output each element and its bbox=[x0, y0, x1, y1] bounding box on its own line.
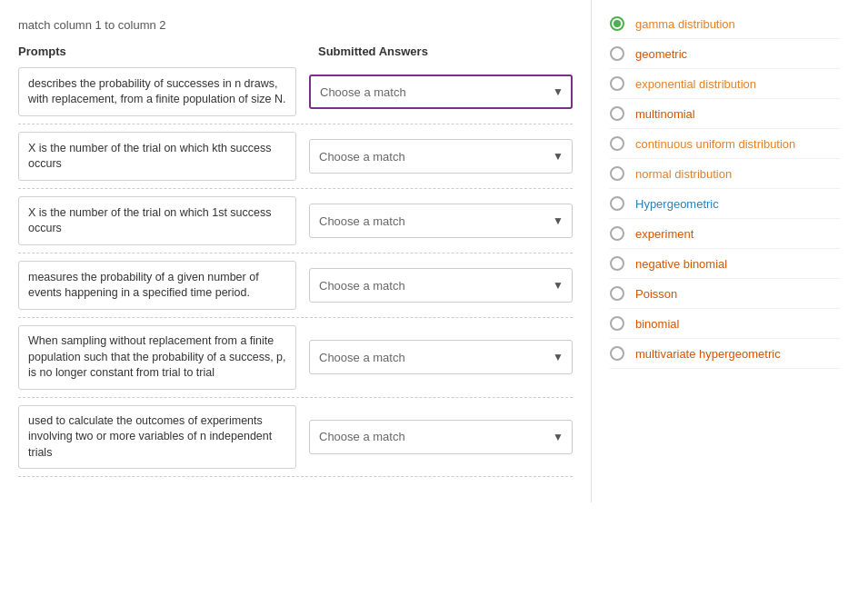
match-row: When sampling without replacement from a… bbox=[18, 325, 573, 398]
radio-circle-10[interactable] bbox=[610, 286, 624, 301]
prompt-box-2: X is the number of the trial on which kt… bbox=[18, 132, 296, 181]
radio-circle-2[interactable] bbox=[610, 46, 624, 61]
column-headers: Prompts Submitted Answers bbox=[18, 45, 573, 58]
answer-dropdown-2[interactable]: Choose a matchgamma distributiongeometri… bbox=[309, 139, 573, 174]
radio-circle-3[interactable] bbox=[610, 76, 624, 91]
radio-label-4[interactable]: multinomial bbox=[635, 107, 695, 121]
right-panel: gamma distributiongeometricexponential d… bbox=[591, 0, 858, 502]
radio-label-2[interactable]: geometric bbox=[635, 47, 687, 61]
answer-dropdown-1[interactable]: Choose a matchgamma distributiongeometri… bbox=[309, 75, 573, 109]
radio-item[interactable]: Hypergeometric bbox=[610, 189, 840, 219]
answer-wrapper-4: Choose a matchgamma distributiongeometri… bbox=[309, 261, 573, 310]
radio-label-3[interactable]: exponential distribution bbox=[635, 77, 756, 91]
answer-wrapper-2: Choose a matchgamma distributiongeometri… bbox=[309, 132, 573, 181]
answers-header: Submitted Answers bbox=[318, 45, 428, 58]
dropdown-wrapper-1: Choose a matchgamma distributiongeometri… bbox=[309, 75, 573, 109]
dropdown-wrapper-3: Choose a matchgamma distributiongeometri… bbox=[309, 204, 573, 238]
radio-circle-4[interactable] bbox=[610, 106, 624, 121]
dropdown-wrapper-2: Choose a matchgamma distributiongeometri… bbox=[309, 139, 573, 174]
radio-item[interactable]: experiment bbox=[610, 219, 840, 249]
instruction-text: match column 1 to column 2 bbox=[18, 18, 573, 32]
prompt-box-6: used to calculate the outcomes of experi… bbox=[18, 405, 296, 470]
prompt-box-3: X is the number of the trial on which 1s… bbox=[18, 196, 296, 245]
radio-item[interactable]: continuous uniform distribution bbox=[610, 129, 840, 159]
radio-label-12[interactable]: multivariate hypergeometric bbox=[635, 347, 781, 361]
radio-label-9[interactable]: negative binomial bbox=[635, 257, 727, 271]
match-row: X is the number of the trial on which 1s… bbox=[18, 196, 573, 253]
radio-label-11[interactable]: binomial bbox=[635, 317, 679, 331]
answer-wrapper-6: Choose a matchgamma distributiongeometri… bbox=[309, 405, 573, 470]
radio-circle-1[interactable] bbox=[610, 16, 624, 31]
radio-item[interactable]: multivariate hypergeometric bbox=[610, 339, 840, 369]
prompt-box-1: describes the probability of successes i… bbox=[18, 67, 296, 116]
radio-item[interactable]: binomial bbox=[610, 309, 840, 339]
prompts-header: Prompts bbox=[18, 45, 309, 58]
radio-circle-6[interactable] bbox=[610, 166, 624, 181]
answer-wrapper-5: Choose a matchgamma distributiongeometri… bbox=[309, 325, 573, 390]
answer-dropdown-5[interactable]: Choose a matchgamma distributiongeometri… bbox=[309, 340, 573, 374]
radio-circle-8[interactable] bbox=[610, 226, 624, 241]
radio-circle-9[interactable] bbox=[610, 256, 624, 271]
radio-item[interactable]: negative binomial bbox=[610, 249, 840, 279]
prompt-box-4: measures the probability of a given numb… bbox=[18, 261, 296, 310]
match-row: describes the probability of successes i… bbox=[18, 67, 573, 124]
radio-item[interactable]: exponential distribution bbox=[610, 69, 840, 99]
answer-wrapper-1: Choose a matchgamma distributiongeometri… bbox=[309, 67, 573, 116]
radio-item[interactable]: multinomial bbox=[610, 99, 840, 129]
dropdown-wrapper-4: Choose a matchgamma distributiongeometri… bbox=[309, 268, 573, 303]
radio-label-5[interactable]: continuous uniform distribution bbox=[635, 137, 795, 151]
radio-label-7[interactable]: Hypergeometric bbox=[635, 197, 719, 211]
answer-dropdown-3[interactable]: Choose a matchgamma distributiongeometri… bbox=[309, 204, 573, 238]
dropdown-wrapper-5: Choose a matchgamma distributiongeometri… bbox=[309, 340, 573, 374]
radio-item[interactable]: Poisson bbox=[610, 279, 840, 309]
radio-circle-5[interactable] bbox=[610, 136, 624, 151]
answer-dropdown-4[interactable]: Choose a matchgamma distributiongeometri… bbox=[309, 268, 573, 303]
match-row: X is the number of the trial on which kt… bbox=[18, 132, 573, 189]
answer-dropdown-6[interactable]: Choose a matchgamma distributiongeometri… bbox=[309, 420, 573, 454]
radio-label-6[interactable]: normal distribution bbox=[635, 167, 732, 181]
prompt-box-5: When sampling without replacement from a… bbox=[18, 325, 296, 390]
match-rows-container: describes the probability of successes i… bbox=[18, 67, 573, 477]
radio-list: gamma distributiongeometricexponential d… bbox=[610, 9, 840, 369]
answer-wrapper-3: Choose a matchgamma distributiongeometri… bbox=[309, 196, 573, 245]
radio-item[interactable]: normal distribution bbox=[610, 159, 840, 189]
radio-circle-7[interactable] bbox=[610, 196, 624, 211]
radio-label-1[interactable]: gamma distribution bbox=[635, 17, 735, 31]
left-panel: match column 1 to column 2 Prompts Submi… bbox=[0, 0, 591, 502]
radio-circle-12[interactable] bbox=[610, 346, 624, 361]
match-row: used to calculate the outcomes of experi… bbox=[18, 405, 573, 478]
radio-item[interactable]: gamma distribution bbox=[610, 9, 840, 39]
dropdown-wrapper-6: Choose a matchgamma distributiongeometri… bbox=[309, 420, 573, 454]
radio-item[interactable]: geometric bbox=[610, 39, 840, 69]
radio-label-10[interactable]: Poisson bbox=[635, 287, 677, 301]
main-layout: match column 1 to column 2 Prompts Submi… bbox=[0, 0, 858, 502]
radio-circle-11[interactable] bbox=[610, 316, 624, 331]
match-row: measures the probability of a given numb… bbox=[18, 261, 573, 318]
radio-label-8[interactable]: experiment bbox=[635, 227, 693, 241]
